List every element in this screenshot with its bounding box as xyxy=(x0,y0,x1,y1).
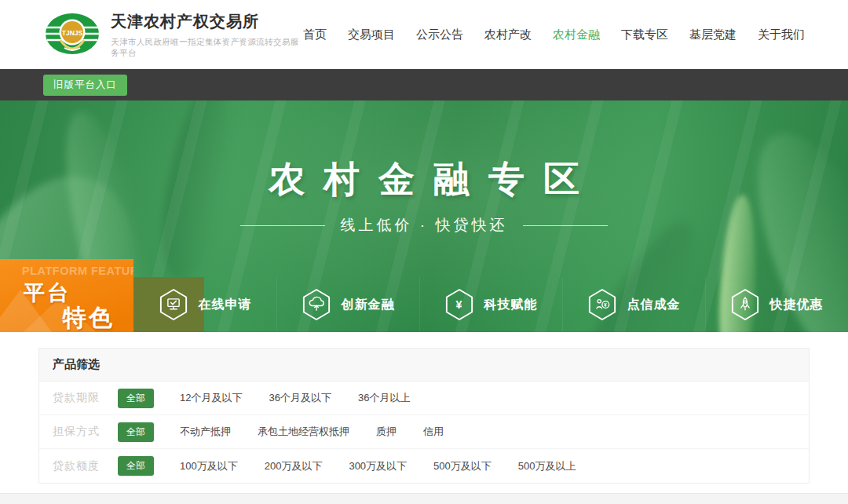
coin-glyph: ¥ xyxy=(603,302,607,308)
subtitle-line-right xyxy=(523,225,608,226)
page: TJNJS 天津农村产权交易所 天津市人民政府唯一指定集体资产资源流转交易服务平… xyxy=(0,0,848,504)
footer-strip xyxy=(0,493,848,504)
nav-item-rural-finance[interactable]: 农村金融 xyxy=(553,27,600,42)
tab-label: 点信成金 xyxy=(627,297,681,313)
filter-title: 产品筛选 xyxy=(39,349,809,382)
old-platform-entry-button[interactable]: 旧版平台入口 xyxy=(43,75,127,96)
nav-item-home[interactable]: 首页 xyxy=(303,27,327,42)
rocket-icon xyxy=(730,288,760,321)
feature-tabs: 在线申请 创新金融 ¥ 科技赋能 xyxy=(133,277,848,332)
tab-label: 在线申请 xyxy=(199,297,252,313)
filter-row-loan-amount: 贷款额度 全部 100万及以下 200万及以下 300万及以下 500万及以下 … xyxy=(39,449,809,483)
banner-subtitle: 线上低价 · 快贷快还 xyxy=(341,215,508,236)
nav-item-party-building[interactable]: 基层党建 xyxy=(689,27,737,42)
nav-item-about[interactable]: 关于我们 xyxy=(758,27,805,42)
site-title: 天津农村产权交易所 xyxy=(111,11,303,32)
yen-glyph: ¥ xyxy=(455,298,462,311)
filter-option[interactable]: 信用 xyxy=(410,425,457,439)
credit-coin-icon: ¥ xyxy=(587,288,617,321)
filter-option[interactable]: 100万及以下 xyxy=(166,459,251,473)
secondary-toolbar: 旧版平台入口 xyxy=(0,69,848,100)
main-nav: 首页 交易项目 公示公告 农村产改 农村金融 下载专区 基层党建 关于我们 xyxy=(303,27,805,42)
tab-innovative-finance[interactable]: 创新金融 xyxy=(276,277,419,332)
filter-all-badge[interactable]: 全部 xyxy=(118,456,154,476)
tab-quick-discount[interactable]: 快捷优惠 xyxy=(705,277,848,332)
hero-banner: 农村金融专区 线上低价 · 快贷快还 PLATFORM FEATURES 平台 … xyxy=(0,100,848,332)
tab-tech-empowerment[interactable]: ¥ 科技赋能 xyxy=(419,277,562,332)
nav-item-rural-reform[interactable]: 农村产改 xyxy=(484,27,532,42)
filter-option[interactable]: 36个月及以下 xyxy=(255,391,344,405)
product-filter-card: 产品筛选 贷款期限 全部 12个月及以下 36个月及以下 36个月以上 担保方式… xyxy=(38,348,810,484)
banner-subtitle-row: 线上低价 · 快贷快还 xyxy=(0,215,848,236)
filter-option[interactable]: 12个月及以下 xyxy=(166,391,255,405)
tab-label: 创新金融 xyxy=(342,297,395,313)
main-content: 产品筛选 贷款期限 全部 12个月及以下 36个月及以下 36个月以上 担保方式… xyxy=(0,332,848,484)
platform-features-block: PLATFORM FEATURES 平台 特色 xyxy=(0,259,133,332)
subtitle-line-left xyxy=(240,225,325,226)
tab-label: 快捷优惠 xyxy=(770,297,824,313)
banner-title: 农村金融专区 xyxy=(0,155,848,204)
monitor-check-icon xyxy=(159,288,188,321)
nav-item-projects[interactable]: 交易项目 xyxy=(348,27,395,42)
tab-credit-to-gold[interactable]: ¥ 点信成金 xyxy=(562,277,705,332)
nav-item-announcements[interactable]: 公示公告 xyxy=(416,27,463,42)
filter-options: 12个月及以下 36个月及以下 36个月以上 xyxy=(166,391,423,405)
filter-all-badge[interactable]: 全部 xyxy=(118,389,154,408)
filter-row-loan-term: 贷款期限 全部 12个月及以下 36个月及以下 36个月以上 xyxy=(39,382,809,415)
tab-label: 科技赋能 xyxy=(484,297,538,313)
filter-options: 100万及以下 200万及以下 300万及以下 500万及以下 500万及以上 xyxy=(166,459,590,473)
filter-option[interactable]: 质押 xyxy=(363,425,410,439)
platform-features-eyebrow: PLATFORM FEATURES xyxy=(22,265,133,277)
logo-text: TJNJS xyxy=(62,29,83,37)
site-header: TJNJS 天津农村产权交易所 天津市人民政府唯一指定集体资产资源流转交易服务平… xyxy=(0,0,848,69)
nav-item-downloads[interactable]: 下载专区 xyxy=(621,27,668,42)
cloud-finance-icon xyxy=(302,288,331,321)
yen-hexagon-icon: ¥ xyxy=(444,288,474,321)
filter-option[interactable]: 200万及以下 xyxy=(251,459,336,473)
site-subtitle: 天津市人民政府唯一指定集体资产资源流转交易服务平台 xyxy=(111,37,303,59)
filter-label: 担保方式 xyxy=(53,425,115,439)
filter-label: 贷款额度 xyxy=(53,459,115,473)
filter-label: 贷款期限 xyxy=(53,391,115,405)
filter-row-guarantee-type: 担保方式 全部 不动产抵押 承包土地经营权抵押 质押 信用 xyxy=(39,415,809,449)
filter-option[interactable]: 300万及以下 xyxy=(335,459,420,473)
filter-option[interactable]: 36个月以上 xyxy=(345,391,423,405)
filter-option[interactable]: 500万及以上 xyxy=(505,459,590,473)
features-title-line2: 特色 xyxy=(63,302,115,332)
filter-option[interactable]: 承包土地经营权抵押 xyxy=(244,425,363,439)
filter-option[interactable]: 不动产抵押 xyxy=(166,425,244,439)
brand-block: 天津农村产权交易所 天津市人民政府唯一指定集体资产资源流转交易服务平台 xyxy=(111,11,303,59)
filter-option[interactable]: 500万及以下 xyxy=(420,459,505,473)
filter-options: 不动产抵押 承包土地经营权抵押 质押 信用 xyxy=(166,425,457,439)
tjnjs-logo-icon: TJNJS xyxy=(43,10,101,59)
filter-all-badge[interactable]: 全部 xyxy=(118,422,154,442)
tab-online-apply[interactable]: 在线申请 xyxy=(133,277,276,332)
